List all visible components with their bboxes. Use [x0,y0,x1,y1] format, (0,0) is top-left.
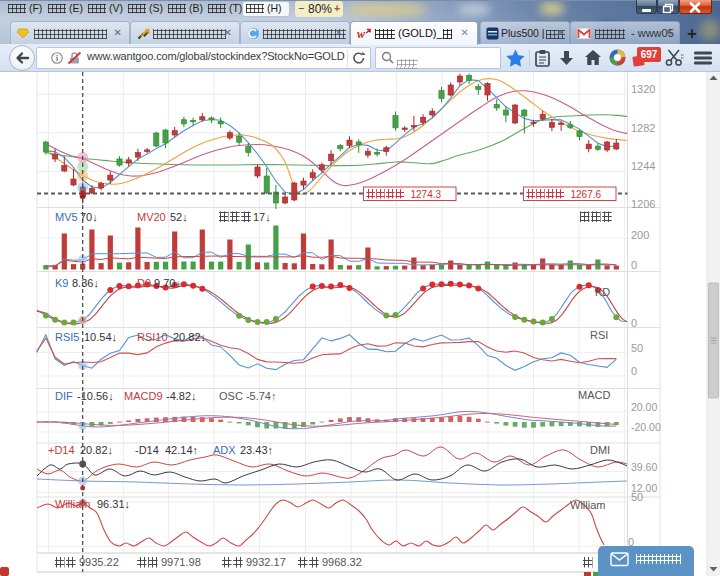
svg-text:ADX: ADX [213,444,236,456]
svg-text:DIF: DIF [55,390,73,402]
svg-text:1244: 1244 [631,160,655,172]
svg-text:William: William [570,499,605,511]
svg-text:50: 50 [631,491,643,503]
svg-text:1282: 1282 [631,122,655,134]
svg-text:52↓: 52↓ [170,211,188,223]
svg-text:MV5: MV5 [55,211,78,223]
svg-text:0: 0 [631,317,637,329]
svg-text:1206: 1206 [631,198,655,210]
svg-text:RSI: RSI [590,329,608,341]
svg-text:200: 200 [631,229,649,241]
svg-text:MACD9: MACD9 [124,390,163,402]
svg-text:1267.6: 1267.6 [571,189,602,200]
svg-text:MV20: MV20 [137,211,166,223]
svg-text:9968.32: 9968.32 [322,556,362,568]
svg-text:MACD: MACD [578,389,610,401]
svg-text:17↓: 17↓ [253,211,271,223]
svg-text:8.36↓: 8.36↓ [72,277,99,289]
svg-text:D9: D9 [137,277,151,289]
svg-text:RSI10: RSI10 [137,331,168,343]
svg-text:OSC -5.74↑: OSC -5.74↑ [219,390,276,402]
svg-text:9971.98: 9971.98 [161,556,201,568]
svg-text:0: 0 [631,259,637,271]
svg-text:+D14: +D14 [48,444,75,456]
svg-text:William: William [55,498,90,510]
svg-text:9.70↓: 9.70↓ [154,277,181,289]
svg-text:w: w [357,28,366,40]
svg-text:-D14: -D14 [135,444,159,456]
svg-text:DMI: DMI [590,444,610,456]
svg-text:1274.3: 1274.3 [411,189,442,200]
svg-text:20.82↓: 20.82↓ [173,331,206,343]
svg-text:50: 50 [631,342,643,354]
svg-text:20.00: 20.00 [631,401,657,413]
svg-text:10.54↓: 10.54↓ [84,331,117,343]
svg-text:RSI5: RSI5 [55,331,79,343]
svg-text:9935.22: 9935.22 [79,556,119,568]
svg-text:39.60: 39.60 [631,461,657,473]
svg-text:1320: 1320 [631,83,655,95]
svg-text:0: 0 [628,536,634,548]
svg-text:9932.17: 9932.17 [246,556,286,568]
svg-text:K9: K9 [55,277,68,289]
svg-text:23.43↑: 23.43↑ [240,444,273,456]
svg-text:-4.82↓: -4.82↓ [166,390,197,402]
svg-text:0: 0 [631,365,637,377]
svg-text:96.31↓: 96.31↓ [97,498,130,510]
svg-text:KD: KD [595,286,610,298]
svg-text:20.82↓: 20.82↓ [80,444,113,456]
svg-text:42.14↑: 42.14↑ [165,444,198,456]
svg-text:-20.00: -20.00 [631,421,661,433]
